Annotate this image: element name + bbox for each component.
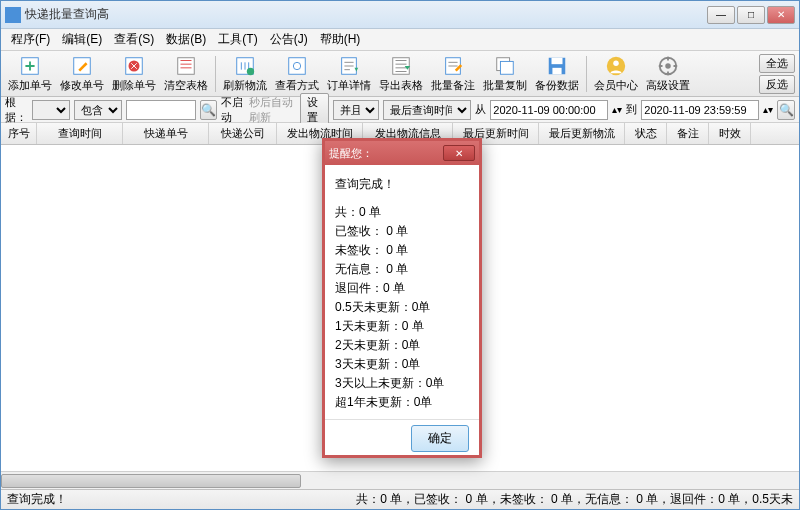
date-stepper-icon[interactable]: ▴▾ [763,104,773,115]
column-header[interactable]: 快递公司 [209,123,277,144]
toolbar-note-button[interactable]: 批量备注 [428,53,478,95]
select-buttons: 全选反选 [759,54,795,94]
maximize-button[interactable]: □ [737,6,765,24]
filter-logic-select[interactable]: 并且 [333,100,379,120]
toolbar-separator [586,56,587,92]
toolbar-del-button[interactable]: 删除单号 [109,53,159,95]
toolbar-label: 添加单号 [8,78,52,93]
view-icon [286,55,308,77]
toolbar-export-button[interactable]: 导出表格 [376,53,426,95]
titlebar: 快递批量查询高 — □ ✕ [1,1,799,29]
toolbar-label: 查看方式 [275,78,319,93]
auto-refresh-label: 秒后自动刷新 [249,95,296,125]
edit-icon [71,55,93,77]
minimize-button[interactable]: — [707,6,735,24]
toolbar-member-button[interactable]: 会员中心 [591,53,641,95]
search-icon: 🔍 [201,103,216,117]
detail-icon [338,55,360,77]
select-button[interactable]: 全选 [759,54,795,73]
svg-rect-15 [552,57,563,63]
settings-small-button[interactable]: 设置 [300,93,330,127]
dialog-line: 共：0 单 [335,203,469,221]
menu-item[interactable]: 编辑(E) [56,29,108,50]
toolbar-label: 刷新物流 [223,78,267,93]
search-button[interactable]: 🔍 [200,100,218,120]
column-header[interactable]: 状态 [625,123,667,144]
status-bar: 查询完成！ 共：0 单，已签收： 0 单，未签收： 0 单，无信息： 0 单，退… [1,489,799,509]
dialog-close-button[interactable]: ✕ [443,145,475,161]
dialog-line: 3天以上未更新：0单 [335,374,469,392]
toolbar-save-button[interactable]: 备份数据 [532,53,582,95]
toolbar-view-button[interactable]: 查看方式 [272,53,322,95]
toolbar-refresh-button[interactable]: 刷新物流 [220,53,270,95]
note-icon [442,55,464,77]
toolbar-detail-button[interactable]: 订单详情 [324,53,374,95]
dialog-done-text: 查询完成！ [335,175,469,193]
toolbar-copy-button[interactable]: 批量复制 [480,53,530,95]
from-label: 从 [475,102,486,117]
column-header[interactable]: 备注 [667,123,709,144]
date-from-input[interactable] [490,100,608,120]
column-header[interactable]: 序号 [1,123,37,144]
search-icon: 🔍 [779,103,794,117]
toolbar-label: 订单详情 [327,78,371,93]
svg-point-6 [247,67,254,74]
no-start-label: 不启动 [221,95,244,125]
scrollbar-thumb[interactable] [1,474,301,488]
filter-bar: 根据： 包含 🔍 不启动 秒后自动刷新 设置 并且 最后查询时间 从 ▴▾ 到 … [1,97,799,123]
date-stepper-icon[interactable]: ▴▾ [612,104,622,115]
ok-button[interactable]: 确定 [411,425,469,452]
toolbar-settings-button[interactable]: 高级设置 [643,53,693,95]
dialog-line: 2天未更新：0单 [335,336,469,354]
column-header[interactable]: 快递单号 [123,123,209,144]
toolbar-label: 清空表格 [164,78,208,93]
filter-value-input[interactable] [126,100,196,120]
svg-rect-16 [552,67,561,73]
copy-icon [494,55,516,77]
status-right: 共：0 单，已签收： 0 单，未签收： 0 单，无信息： 0 单，退回件：0 单… [356,491,793,508]
search-button-2[interactable]: 🔍 [777,100,795,120]
menu-item[interactable]: 公告(J) [264,29,314,50]
svg-point-20 [665,63,671,69]
toolbar: 添加单号修改单号删除单号清空表格刷新物流查看方式订单详情导出表格批量备注批量复制… [1,51,799,97]
select-button[interactable]: 反选 [759,75,795,94]
dialog-body: 查询完成！ 共：0 单已签收： 0 单未签收： 0 单无信息： 0 单退回件：0… [325,165,479,419]
column-header[interactable]: 最后更新物流 [539,123,625,144]
export-icon [390,55,412,77]
dialog-line: 1天未更新：0 单 [335,317,469,335]
toolbar-label: 批量复制 [483,78,527,93]
column-header[interactable]: 时效 [709,123,751,144]
menu-item[interactable]: 工具(T) [212,29,263,50]
toolbar-separator [215,56,216,92]
menu-item[interactable]: 查看(S) [108,29,160,50]
member-icon [605,55,627,77]
dialog-line: 无信息： 0 单 [335,260,469,278]
menu-item[interactable]: 程序(F) [5,29,56,50]
toolbar-label: 会员中心 [594,78,638,93]
horizontal-scrollbar[interactable] [1,471,799,489]
dialog-titlebar: 提醒您： ✕ [325,141,479,165]
column-header[interactable]: 查询时间 [37,123,123,144]
del-icon [123,55,145,77]
toolbar-clear-button[interactable]: 清空表格 [161,53,211,95]
date-to-input[interactable] [641,100,759,120]
status-left: 查询完成！ [7,491,67,508]
filter-op-select[interactable]: 包含 [74,100,122,120]
dialog-line: 已签收： 0 单 [335,222,469,240]
window-buttons: — □ ✕ [707,6,795,24]
toolbar-label: 批量备注 [431,78,475,93]
svg-point-18 [613,60,619,66]
filter-root-label: 根据： [5,95,28,125]
menu-item[interactable]: 帮助(H) [314,29,367,50]
menu-item[interactable]: 数据(B) [160,29,212,50]
save-icon [546,55,568,77]
close-button[interactable]: ✕ [767,6,795,24]
filter-timefield-select[interactable]: 最后查询时间 [383,100,471,120]
app-icon [5,7,21,23]
to-label: 到 [626,102,637,117]
toolbar-add-button[interactable]: 添加单号 [5,53,55,95]
menubar: 程序(F)编辑(E)查看(S)数据(B)工具(T)公告(J)帮助(H) [1,29,799,51]
filter-field-select[interactable] [32,100,69,120]
dialog-line: 退回件：0 单 [335,279,469,297]
toolbar-edit-button[interactable]: 修改单号 [57,53,107,95]
